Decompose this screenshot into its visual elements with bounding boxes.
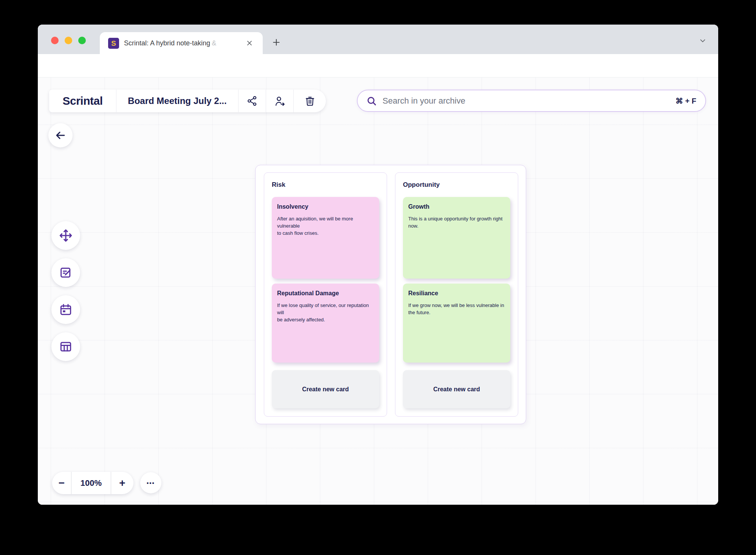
card-insolvency[interactable]: Insolvency After an aquisition, we will … bbox=[272, 197, 379, 279]
card-body: If we grow now, we will be less vulnerab… bbox=[408, 302, 505, 316]
card-title: Resiliance bbox=[408, 290, 505, 297]
zoom-level[interactable]: 100% bbox=[71, 472, 111, 494]
card-body: If we lose quality of service, our reput… bbox=[277, 302, 374, 323]
table-icon bbox=[59, 340, 73, 354]
tab-close-icon[interactable] bbox=[245, 39, 254, 48]
archive-search: ⌘ + F bbox=[357, 90, 706, 112]
scrintal-logo[interactable]: Scrintal bbox=[49, 90, 116, 112]
browser-toolbar: beta.scrintal.com/app/desk?d=9pq7cxq530g… bbox=[38, 54, 718, 78]
calendar-icon bbox=[59, 302, 73, 317]
search-icon bbox=[366, 95, 377, 107]
card-title: Insolvency bbox=[277, 203, 374, 210]
zoom-window-button[interactable] bbox=[78, 37, 86, 44]
zoom-in-button[interactable]: + bbox=[111, 472, 133, 494]
scrintal-favicon-icon: S bbox=[108, 38, 119, 49]
column-opportunity: Opportunity Growth This is a unique oppo… bbox=[395, 172, 518, 417]
browser-tab[interactable]: S Scrintal: A hybrid note-taking& bbox=[100, 32, 263, 54]
search-input[interactable] bbox=[383, 96, 675, 106]
canvas[interactable]: Scrintal Board Meeting July 2... bbox=[38, 78, 718, 505]
card-reputational-damage[interactable]: Reputational Damage If we lose quality o… bbox=[272, 284, 379, 363]
create-new-card-button[interactable]: Create new card bbox=[403, 370, 510, 408]
card-title: Growth bbox=[408, 203, 505, 210]
tab-search-chevron-icon[interactable] bbox=[697, 34, 709, 47]
create-new-card-button[interactable]: Create new card bbox=[272, 370, 379, 408]
tab-bar: S Scrintal: A hybrid note-taking& bbox=[38, 25, 718, 54]
more-options-button[interactable]: ••• bbox=[140, 472, 161, 493]
search-shortcut: ⌘ + F bbox=[675, 96, 705, 105]
back-button[interactable] bbox=[48, 123, 73, 147]
move-icon bbox=[59, 228, 73, 243]
table-tool-button[interactable] bbox=[51, 332, 80, 361]
card-body: After an aquisition, we will be more vul… bbox=[277, 215, 374, 237]
minimize-window-button[interactable] bbox=[65, 37, 72, 44]
close-window-button[interactable] bbox=[51, 37, 59, 44]
calendar-tool-button[interactable] bbox=[51, 295, 80, 324]
new-note-tool-button[interactable] bbox=[51, 258, 80, 287]
board-title-button[interactable]: Board Meeting July 2... bbox=[116, 90, 238, 112]
card-title: Reputational Damage bbox=[277, 290, 374, 297]
column-title: Risk bbox=[272, 181, 285, 189]
kanban-board: Risk Insolvency After an aquisition, we … bbox=[255, 165, 526, 424]
trash-icon bbox=[304, 95, 316, 107]
tab-title: Scrintal: A hybrid note-taking& bbox=[124, 32, 216, 54]
card-body: This is a unique opportunity for growth … bbox=[408, 215, 505, 229]
card-growth[interactable]: Growth This is a unique opportunity for … bbox=[403, 197, 510, 279]
share-icon bbox=[246, 95, 258, 107]
column-risk: Risk Insolvency After an aquisition, we … bbox=[264, 172, 387, 417]
share-board-button[interactable] bbox=[239, 90, 266, 112]
browser-window: S Scrintal: A hybrid note-taking& bbox=[38, 25, 718, 505]
user-share-icon bbox=[274, 95, 286, 107]
note-edit-icon bbox=[59, 265, 73, 280]
arrow-left-icon bbox=[55, 130, 66, 141]
column-title: Opportunity bbox=[403, 181, 440, 189]
zoom-out-button[interactable]: − bbox=[52, 472, 71, 494]
invite-user-button[interactable] bbox=[266, 90, 293, 112]
desk-header: Scrintal Board Meeting July 2... bbox=[49, 90, 326, 112]
move-tool-button[interactable] bbox=[51, 221, 80, 250]
delete-board-button[interactable] bbox=[294, 90, 326, 112]
new-tab-button[interactable] bbox=[271, 37, 282, 48]
card-resiliance[interactable]: Resiliance If we grow now, we will be le… bbox=[403, 284, 510, 363]
zoom-controls: − 100% + bbox=[52, 472, 133, 494]
